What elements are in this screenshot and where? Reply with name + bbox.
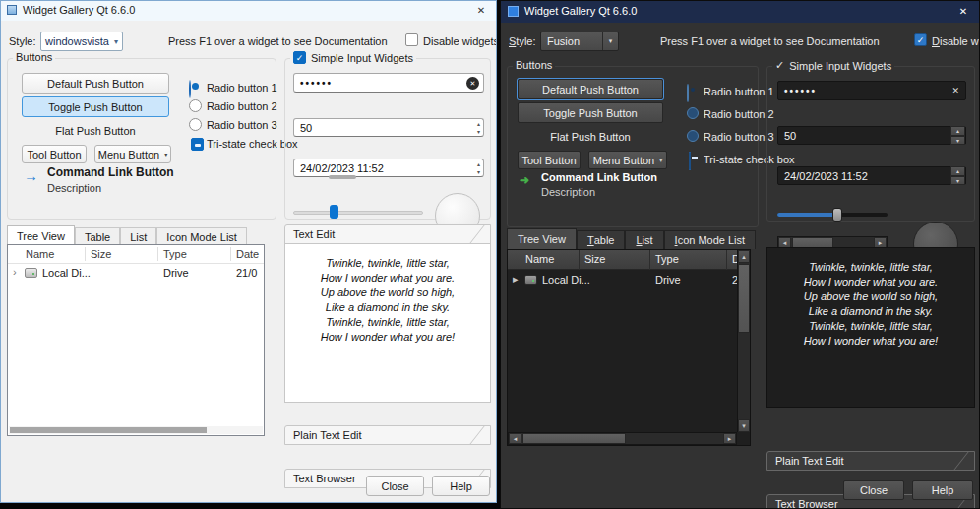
tree-horizontal-scrollbar[interactable]: ◂ ▸ [508,432,737,445]
tree-view[interactable]: Name Size Type D ▸ Local Di... Drive 2 ▴… [507,249,751,446]
close-icon[interactable]: ✕ [948,1,979,23]
spin-down-icon[interactable]: ▾ [477,128,480,136]
help-button[interactable]: Help [432,476,490,496]
radio-button-1[interactable] [189,80,191,98]
spin-down-icon[interactable]: ▾ [950,176,965,186]
tree-view[interactable]: Name Size Type Date › Local Di... Drive … [7,244,265,436]
spin-up-icon[interactable]: ▴ [950,126,965,136]
command-link-button[interactable]: Command Link Button Description [47,165,174,194]
tree-header-size[interactable]: Size [91,248,111,260]
tab-table[interactable]: Table [75,227,120,245]
password-field[interactable]: •••••• ✕ [777,81,966,100]
flat-push-button[interactable]: Flat Push Button [22,120,169,141]
expand-chevron-icon[interactable]: ▸ [513,273,519,286]
toolbox-header-text-edit[interactable]: Text Edit [284,224,491,244]
column-separator[interactable] [726,250,727,270]
disable-widgets-checkbox[interactable]: ✓ [914,33,927,46]
scroll-up-icon[interactable]: ▴ [738,250,750,263]
radio-button-3[interactable] [189,118,202,131]
tree-header-date[interactable]: Date [236,248,259,260]
column-separator[interactable] [230,247,231,261]
tree-row[interactable]: › Local Di... Drive 21/0 [8,264,264,283]
datetime-edit[interactable]: 24/02/2023 11:52 ▴ ▾ [777,166,966,185]
disable-widgets-checkbox[interactable] [405,33,418,46]
slider-handle[interactable] [330,205,338,219]
spin-up-icon[interactable]: ▴ [477,160,480,168]
datetime-arrows[interactable]: ▴ ▾ [950,166,965,185]
scroll-left-icon[interactable]: ◂ [509,433,521,444]
menu-button[interactable]: Menu Button ▾ [588,151,667,169]
tree-horizontal-scrollbar[interactable] [9,426,263,434]
text-edit[interactable]: Twinkle, twinkle, little star, How I won… [284,243,491,403]
scrollbar-thumb[interactable] [738,264,750,333]
titlebar[interactable]: Widget Gallery Qt 6.6.0 ✕ [501,1,979,23]
tree-header-name[interactable]: Name [525,253,554,265]
tab-tree-view[interactable]: Tree View [7,225,75,245]
column-separator[interactable] [579,250,580,270]
close-icon[interactable]: ✕ [466,1,496,21]
menu-button[interactable]: Menu Button ▾ [94,145,171,163]
spinbox[interactable]: 50 ▴ ▾ [293,118,484,137]
radio-button-1[interactable] [687,84,689,102]
spin-down-icon[interactable]: ▾ [950,136,965,146]
toggle-push-button[interactable]: Toggle Push Button [518,102,663,123]
column-separator[interactable] [85,247,86,261]
scrollbar-thumb[interactable] [522,433,626,444]
password-field[interactable]: •••••• ✕ [293,73,484,93]
scroll-right-icon[interactable]: ▸ [723,433,736,444]
toggle-push-button[interactable]: Toggle Push Button [22,96,169,117]
datetime-edit[interactable]: 24/02/2023 11:52 ▴ ▾ [293,159,484,177]
tool-button[interactable]: Tool Button [22,145,87,163]
tab-tree-view[interactable]: Tree View [507,228,577,249]
tristate-checkbox[interactable] [191,138,204,151]
tree-header-name[interactable]: Name [26,248,54,260]
tab-list[interactable]: List [625,230,663,249]
horizontal-slider[interactable] [293,211,423,215]
scroll-down-icon[interactable]: ▾ [738,419,750,432]
scrollbar-thumb[interactable] [10,427,207,433]
tree-header-type[interactable]: Type [163,248,187,260]
spinbox[interactable]: 50 ▴ ▾ [777,126,966,145]
expand-chevron-icon[interactable]: › [13,266,17,278]
tab-icon-mode-list[interactable]: Icon Mode List [156,227,247,245]
radio-button-2[interactable] [189,99,202,112]
tree-row[interactable]: ▸ Local Di... Drive 2 [508,271,737,289]
style-combobox[interactable]: Fusion ▾ [540,32,619,51]
tab-icon-mode-list[interactable]: Icon Mode List [664,230,757,249]
tree-header-size[interactable]: Size [584,253,605,265]
close-button[interactable]: Close [366,476,424,496]
default-push-button[interactable]: Default Push Button [518,79,663,99]
spin-up-icon[interactable]: ▴ [477,120,480,128]
text-edit[interactable]: Twinkle, twinkle, little star, How I won… [766,247,975,408]
tab-list[interactable]: List [120,227,156,245]
toolbox-header-plain-text-edit[interactable]: Plain Text Edit [284,425,491,445]
datetime-arrows[interactable]: ▴ ▾ [477,160,480,176]
tristate-checkbox[interactable] [689,152,691,170]
tree-header-type[interactable]: Type [655,253,679,265]
toolbox-header-plain-text-edit[interactable]: Plain Text Edit [766,451,975,471]
default-push-button[interactable]: Default Push Button [22,73,169,94]
titlebar[interactable]: Widget Gallery Qt 6.6.0 ✕ [1,1,496,21]
spinbox-arrows[interactable]: ▴ ▾ [477,120,480,136]
column-separator[interactable] [157,247,158,261]
radio-button-3[interactable] [687,130,699,142]
radio-button-2[interactable] [687,107,699,119]
horizontal-scrollbar[interactable] [329,175,356,179]
tree-vertical-scrollbar[interactable]: ▴ ▾ [737,250,750,432]
style-combobox[interactable]: windowsvista ▾ [40,32,123,51]
column-separator[interactable] [649,250,650,270]
clear-text-icon[interactable]: ✕ [951,86,959,95]
tool-button[interactable]: Tool Button [518,151,581,169]
close-button[interactable]: Close [843,480,904,500]
command-link-button[interactable]: Command Link Button Description [541,171,657,198]
flat-push-button[interactable]: Flat Push Button [518,126,663,147]
clear-text-icon[interactable]: ✕ [466,77,479,90]
group-check-icon[interactable]: ✓ [775,59,784,72]
help-button[interactable]: Help [912,480,973,500]
spin-down-icon[interactable]: ▾ [477,168,480,176]
group-checkbox[interactable]: ✓ [293,51,306,64]
spinbox-arrows[interactable]: ▴ ▾ [950,126,965,145]
tab-table[interactable]: Table [577,230,626,249]
horizontal-slider[interactable] [777,213,888,217]
slider-handle[interactable] [832,208,842,222]
